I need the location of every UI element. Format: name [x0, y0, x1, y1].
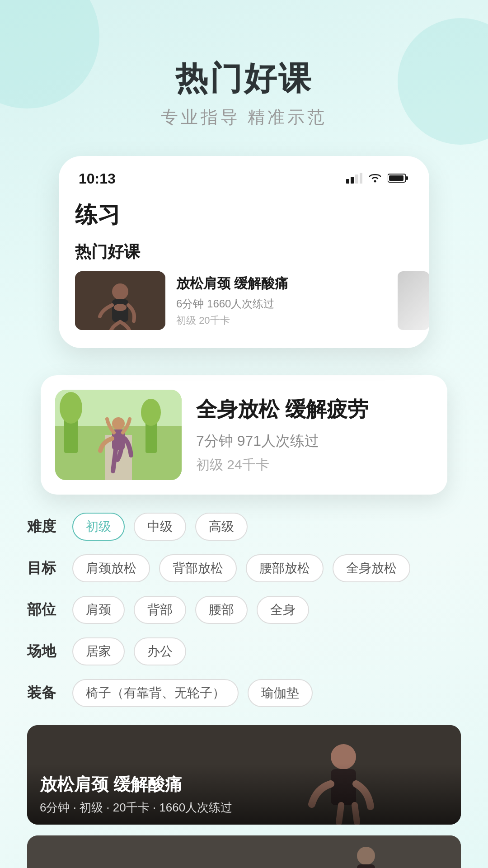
- phone-course-item[interactable]: 放松肩颈 缓解酸痛 6分钟 1660人次练过 初级 20千卡: [75, 271, 413, 330]
- course-meta: 6分钟 1660人次练过: [176, 297, 413, 311]
- phone-time: 10:13: [79, 170, 116, 187]
- featured-level: 初级 24千卡: [196, 456, 433, 474]
- filter-tag-office[interactable]: 办公: [134, 637, 186, 665]
- app-title: 练习: [75, 200, 413, 230]
- filter-row-difficulty: 难度 初级 中级 高级: [27, 513, 461, 541]
- filter-tag-whole-body[interactable]: 全身放松: [333, 554, 410, 582]
- course-image-svg: [75, 271, 165, 330]
- card-meta-1: 6分钟 · 初级 · 20千卡 · 1660人次练过: [40, 800, 448, 816]
- filter-tags-body: 肩颈 背部 腰部 全身: [72, 596, 309, 624]
- featured-thumbnail: [55, 390, 182, 480]
- status-bar: 10:13: [75, 170, 413, 187]
- svg-point-11: [114, 304, 127, 311]
- svg-rect-6: [406, 176, 408, 180]
- filter-row-location: 场地 居家 办公: [27, 637, 461, 665]
- course-info-small: 放松肩颈 缓解酸痛 6分钟 1660人次练过 初级 20千卡: [176, 274, 413, 327]
- svg-rect-7: [389, 175, 404, 181]
- filter-tag-chair[interactable]: 椅子（有靠背、无轮子）: [72, 679, 239, 707]
- filter-tag-home[interactable]: 居家: [72, 637, 125, 665]
- featured-course-card[interactable]: 全身放松 缓解疲劳 7分钟 971人次练过 初级 24千卡: [41, 375, 447, 495]
- header-section: 热门好课 专业指导 精准示范: [0, 0, 488, 156]
- svg-point-17: [141, 399, 161, 426]
- course-level: 初级 20千卡: [176, 314, 413, 327]
- svg-rect-0: [346, 179, 349, 184]
- featured-info: 全身放松 缓解疲劳 7分钟 971人次练过 初级 24千卡: [196, 396, 433, 474]
- card-2-image: [27, 835, 461, 868]
- svg-rect-24: [27, 835, 461, 868]
- filter-tag-neck[interactable]: 肩颈: [72, 596, 125, 624]
- filter-section: 难度 初级 中级 高级 目标 肩颈放松 背部放松 腰部放松 全身放松 部位 肩颈…: [27, 513, 461, 707]
- bottom-card-1[interactable]: 放松肩颈 缓解酸痛 6分钟 · 初级 · 20千卡 · 1660人次练过: [27, 725, 461, 825]
- course-thumbnail-small: [75, 271, 165, 330]
- filter-tag-waist-part[interactable]: 腰部: [195, 596, 248, 624]
- filter-label-equipment: 装备: [27, 683, 63, 703]
- card-background-1: 放松肩颈 缓解酸痛 6分钟 · 初级 · 20千卡 · 1660人次练过: [27, 725, 461, 825]
- filter-row-equipment: 装备 椅子（有靠背、无轮子） 瑜伽垫: [27, 679, 461, 707]
- filter-tag-back-part[interactable]: 背部: [134, 596, 186, 624]
- svg-rect-26: [357, 864, 375, 868]
- svg-rect-3: [360, 173, 362, 184]
- svg-point-15: [60, 392, 82, 424]
- filter-label-body: 部位: [27, 600, 63, 620]
- filter-label-location: 场地: [27, 642, 63, 661]
- svg-point-4: [374, 180, 376, 182]
- filter-tag-intermediate[interactable]: 中级: [134, 513, 186, 541]
- filter-tag-mat[interactable]: 瑜伽垫: [248, 679, 313, 707]
- card-overlay-1: 放松肩颈 缓解酸痛 6分钟 · 初级 · 20千卡 · 1660人次练过: [27, 764, 461, 825]
- filter-row-goal: 目标 肩颈放松 背部放松 腰部放松 全身放松: [27, 554, 461, 582]
- svg-point-25: [357, 847, 375, 865]
- svg-point-9: [112, 283, 128, 300]
- filter-row-body: 部位 肩颈 背部 腰部 全身: [27, 596, 461, 624]
- filter-tag-full[interactable]: 全身: [257, 596, 309, 624]
- svg-rect-2: [355, 175, 358, 184]
- page-subtitle: 专业指导 精准示范: [0, 106, 488, 129]
- signal-icon: [346, 173, 362, 185]
- bottom-course-cards: 放松肩颈 缓解酸痛 6分钟 · 初级 · 20千卡 · 1660人次练过: [27, 725, 461, 868]
- filter-tag-beginner[interactable]: 初级: [72, 513, 125, 541]
- phone-mockup: 10:13: [59, 156, 429, 348]
- course-name: 放松肩颈 缓解酸痛: [176, 274, 413, 293]
- filter-tags-difficulty: 初级 中级 高级: [72, 513, 248, 541]
- filter-label-difficulty: 难度: [27, 517, 63, 537]
- featured-title: 全身放松 缓解疲劳: [196, 396, 433, 423]
- status-icons: [346, 173, 409, 185]
- svg-rect-1: [351, 177, 354, 184]
- bottom-card-2[interactable]: [27, 835, 461, 868]
- card-background-2: [27, 835, 461, 868]
- filter-tag-shoulder[interactable]: 肩颈放松: [72, 554, 150, 582]
- battery-icon: [388, 173, 409, 185]
- card-title-1: 放松肩颈 缓解酸痛: [40, 773, 448, 796]
- filter-tag-advanced[interactable]: 高级: [195, 513, 248, 541]
- wifi-icon: [368, 173, 382, 185]
- filter-label-goal: 目标: [27, 558, 63, 578]
- phone-section-title: 热门好课: [75, 241, 413, 263]
- featured-meta: 7分钟 971人次练过: [196, 431, 433, 451]
- filter-tag-waist[interactable]: 腰部放松: [246, 554, 324, 582]
- filter-tag-back[interactable]: 背部放松: [159, 554, 237, 582]
- page-title: 热门好课: [0, 59, 488, 98]
- filter-tags-goal: 肩颈放松 背部放松 腰部放松 全身放松: [72, 554, 410, 582]
- featured-image-svg: [55, 390, 182, 480]
- filter-tags-equipment: 椅子（有靠背、无轮子） 瑜伽垫: [72, 679, 313, 707]
- partial-card: [398, 271, 429, 330]
- svg-point-19: [112, 417, 125, 430]
- filter-tags-location: 居家 办公: [72, 637, 186, 665]
